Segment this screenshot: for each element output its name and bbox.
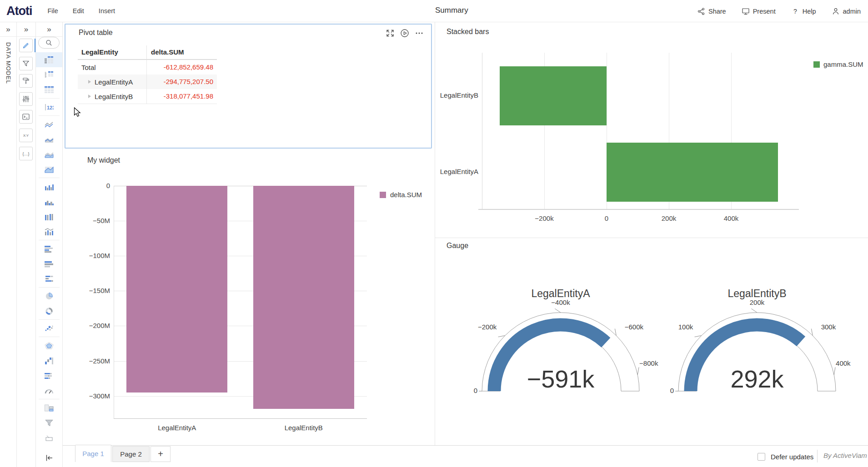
- data-model-label[interactable]: DATA MODEL: [5, 42, 12, 84]
- present-button[interactable]: Present: [742, 7, 776, 15]
- more-options-icon[interactable]: [415, 29, 424, 38]
- expand-widgets-icon[interactable]: »: [47, 25, 51, 33]
- help-button[interactable]: ? Help: [791, 7, 816, 15]
- pivot-column-header[interactable]: LegalEntity: [78, 45, 146, 59]
- defer-updates-control[interactable]: Defer updates: [758, 451, 813, 462]
- edit-pencil-icon[interactable]: [19, 39, 33, 52]
- row-value: -294,775,207.50: [146, 75, 217, 89]
- pivot-row-Total[interactable]: Total-612,852,659.48: [78, 60, 217, 75]
- row-label: LegalEntityB: [95, 93, 133, 100]
- gauge-LegalEntityA[interactable]: LegalEntityA 0−200k−400k−600k−800k −591k: [452, 278, 670, 400]
- page-layout-icon[interactable]: [36, 400, 62, 415]
- group-separator: [39, 178, 60, 178]
- xy-axes-icon[interactable]: X:Y: [19, 129, 33, 142]
- gauge-LegalEntityB[interactable]: LegalEntityB 0100k200k300k400k 292k: [648, 278, 866, 400]
- svg-text:400k: 400k: [836, 359, 851, 367]
- annotation-widget-icon[interactable]: [36, 430, 62, 445]
- my-widget-bar-chart[interactable]: My widget 0−50M−100M−150M−200M−250M−300M…: [63, 150, 435, 445]
- svg-text:LegalEntityA: LegalEntityA: [531, 288, 590, 299]
- settings-sliders-icon[interactable]: [19, 92, 33, 106]
- legend-swatch[interactable]: [380, 192, 386, 198]
- stacked-bars-widget[interactable]: Stacked bars −200k0200k400kLegalEntityBL…: [435, 22, 868, 238]
- pivot-table-icon[interactable]: [36, 52, 62, 67]
- bar-chart-icon[interactable]: [36, 179, 62, 194]
- y-axis: [482, 53, 482, 209]
- hbar-grouped-chart-icon[interactable]: [36, 271, 62, 286]
- legend-swatch[interactable]: [813, 61, 820, 68]
- svg-text:{…}: {…}: [22, 152, 29, 156]
- expand-tools-icon[interactable]: »: [24, 25, 28, 33]
- bar-LegalEntityA[interactable]: [607, 143, 778, 202]
- user-menu[interactable]: admin: [832, 7, 861, 15]
- search-icon: [45, 39, 53, 47]
- hbar-stacked-chart-icon[interactable]: [36, 256, 62, 271]
- page-bar: Page 1 Page 2 + Defer updates By ActiveV…: [63, 445, 868, 467]
- y-tick-label: −50M: [84, 217, 110, 224]
- stacked-area-chart-icon[interactable]: [36, 147, 62, 162]
- pivot-column-header[interactable]: delta.SUM: [146, 45, 217, 59]
- expand-arrow-icon[interactable]: [88, 80, 91, 84]
- filter-widget-icon[interactable]: [36, 415, 62, 430]
- fullscreen-icon[interactable]: [386, 29, 395, 38]
- bar-LegalEntityB[interactable]: [253, 186, 354, 409]
- checkbox-icon[interactable]: [758, 453, 765, 461]
- group-separator: [39, 399, 60, 399]
- menu-insert[interactable]: Insert: [99, 7, 115, 15]
- svg-text:−591k: −591k: [527, 365, 595, 392]
- bar-LegalEntityA[interactable]: [126, 186, 227, 392]
- widget-type-list: 123: [36, 52, 62, 445]
- pie-chart-icon[interactable]: [36, 288, 62, 303]
- legend-label[interactable]: delta.SUM: [390, 191, 422, 199]
- column-chart-icon[interactable]: [36, 209, 62, 224]
- line-chart-icon[interactable]: [36, 117, 62, 132]
- menu-edit[interactable]: Edit: [73, 7, 84, 15]
- bar-LegalEntityB[interactable]: [500, 66, 607, 125]
- app-logo[interactable]: Atoti: [6, 4, 32, 18]
- menu-file[interactable]: File: [47, 7, 58, 15]
- group-separator: [39, 98, 60, 99]
- expand-data-model-icon[interactable]: »: [6, 25, 10, 33]
- pivot-row-LegalEntityA[interactable]: LegalEntityA-294,775,207.50: [78, 75, 217, 89]
- dashboard-title: Summary: [435, 6, 468, 15]
- area-chart-icon[interactable]: [36, 132, 62, 147]
- combo-column-chart-icon[interactable]: [36, 224, 62, 239]
- table-icon[interactable]: [36, 82, 62, 97]
- bullet-chart-icon[interactable]: [36, 368, 62, 383]
- terminal-icon[interactable]: [19, 110, 33, 124]
- histogram-chart-icon[interactable]: [36, 194, 62, 209]
- gauge-chart-icon[interactable]: [36, 383, 62, 398]
- tab-page-2[interactable]: Page 2: [112, 446, 150, 462]
- legend-label[interactable]: gamma.SUM: [823, 60, 863, 68]
- y-category-label: LegalEntityA: [435, 168, 478, 175]
- filled-area-chart-icon[interactable]: [36, 162, 62, 177]
- tree-table-icon[interactable]: [36, 67, 62, 82]
- code-braces-icon[interactable]: {…}: [19, 147, 33, 160]
- share-button[interactable]: Share: [697, 7, 726, 15]
- svg-text:0: 0: [670, 387, 674, 394]
- donut-chart-icon[interactable]: [36, 303, 62, 318]
- scatter-plot-icon[interactable]: [36, 321, 62, 336]
- filter-funnel-icon[interactable]: [19, 57, 33, 70]
- widget-rail: » 123: [36, 22, 63, 467]
- pivot-row-LegalEntityB[interactable]: LegalEntityB-318,077,451.98: [78, 89, 217, 104]
- svg-text:123: 123: [47, 105, 54, 110]
- add-page-button[interactable]: +: [151, 446, 171, 462]
- hbar-chart-icon[interactable]: [36, 241, 62, 256]
- svg-text:100k: 100k: [678, 323, 693, 331]
- expand-arrow-icon[interactable]: [88, 94, 91, 98]
- waterfall-chart-icon[interactable]: [36, 353, 62, 368]
- group-separator: [39, 337, 60, 337]
- x-tick-label: 400k: [711, 214, 752, 222]
- paint-roller-icon[interactable]: [19, 74, 33, 88]
- gauge-widget[interactable]: Gauge LegalEntityA 0−200k−400k−600k−800k…: [435, 238, 868, 445]
- tab-page-1[interactable]: Page 1: [75, 445, 111, 462]
- kpi-123-icon[interactable]: 123: [36, 99, 62, 114]
- radar-chart-icon[interactable]: [36, 338, 62, 353]
- svg-text:292k: 292k: [730, 365, 784, 392]
- y-tick-label: 0: [84, 182, 110, 189]
- svg-text:?: ?: [793, 8, 797, 15]
- widget-search-input[interactable]: [38, 37, 60, 49]
- play-query-icon[interactable]: [400, 29, 409, 38]
- collapse-left-panel-button[interactable]: [36, 453, 62, 462]
- pivot-table-widget[interactable]: Pivot table LegalEntitydelta.SUMTotal-61…: [65, 24, 432, 149]
